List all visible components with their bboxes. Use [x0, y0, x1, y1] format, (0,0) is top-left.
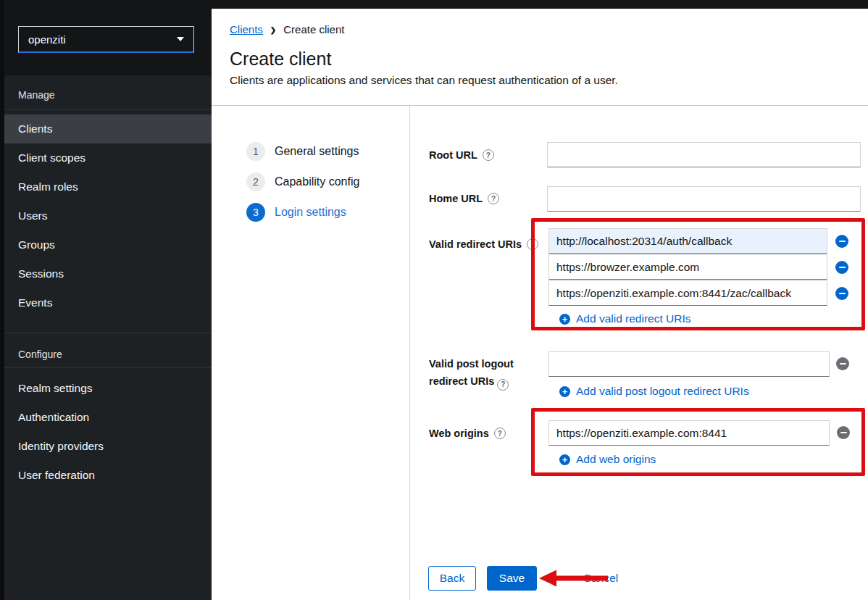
- help-icon[interactable]: ?: [494, 428, 506, 439]
- add-web-origin-link[interactable]: + Add web origins: [559, 453, 656, 466]
- cancel-link[interactable]: Cancel: [583, 572, 618, 585]
- sidebar-item-realm-settings[interactable]: Realm settings: [0, 374, 212, 403]
- sidebar: openziti Manage Clients Client scopes Re…: [0, 0, 212, 600]
- header-divider: [212, 105, 868, 106]
- breadcrumb: Clients ❯ Create client: [230, 23, 344, 36]
- sidebar-item-clients[interactable]: Clients: [0, 114, 212, 143]
- web-origins-input[interactable]: [548, 420, 830, 446]
- root-url-label: Root URL ?: [429, 149, 494, 161]
- sidebar-item-user-federation[interactable]: User federation: [0, 461, 212, 490]
- wizard-step-capability-config[interactable]: 2 Capability config: [246, 172, 359, 191]
- sidebar-item-realm-roles[interactable]: Realm roles: [0, 172, 212, 201]
- remove-redirect-uri-button-3[interactable]: [835, 287, 848, 300]
- remove-post-logout-uri-button[interactable]: [836, 357, 849, 370]
- post-logout-uris-label: Valid post logout redirect URIs?: [429, 355, 543, 391]
- breadcrumb-separator-icon: ❯: [270, 25, 276, 34]
- save-button[interactable]: Save: [487, 566, 537, 591]
- breadcrumb-clients-link[interactable]: Clients: [230, 23, 263, 36]
- sidebar-item-events[interactable]: Events: [0, 288, 212, 317]
- keycloak-create-client-page: openziti Manage Clients Client scopes Re…: [0, 0, 868, 600]
- wizard-step-general-settings[interactable]: 1 General settings: [246, 142, 359, 161]
- help-icon[interactable]: ?: [497, 379, 509, 391]
- add-redirect-uri-link[interactable]: + Add valid redirect URIs: [559, 312, 691, 325]
- redirect-uri-input-3[interactable]: [548, 280, 827, 306]
- minus-icon: [840, 432, 847, 434]
- page-title: Create client: [230, 49, 331, 70]
- redirect-uri-input-1[interactable]: [548, 228, 827, 254]
- remove-redirect-uri-button-2[interactable]: [835, 261, 848, 274]
- root-url-input[interactable]: [547, 142, 861, 167]
- minus-icon: [839, 241, 846, 243]
- wizard-steps-divider: [409, 106, 410, 600]
- post-logout-uri-input[interactable]: [548, 351, 830, 377]
- wizard-step-login-settings[interactable]: 3 Login settings: [246, 203, 346, 222]
- plus-circle-icon: +: [559, 386, 570, 397]
- nav-divider: [0, 109, 212, 110]
- breadcrumb-current: Create client: [283, 23, 344, 36]
- help-icon[interactable]: ?: [488, 193, 499, 204]
- sidebar-item-identity-providers[interactable]: Identity providers: [0, 432, 212, 461]
- home-url-label: Home URL ?: [429, 193, 499, 204]
- nav-group-configure: Realm settings Authentication Identity p…: [0, 374, 212, 490]
- nav-divider: [0, 333, 212, 333]
- sidebar-item-groups[interactable]: Groups: [0, 230, 212, 259]
- minus-icon: [839, 293, 846, 295]
- redirect-uri-input-2[interactable]: [548, 254, 827, 280]
- page-subtitle: Clients are applications and services th…: [230, 74, 618, 87]
- step-number-badge: 2: [246, 172, 265, 191]
- sidebar-scrollbar-track[interactable]: [0, 0, 4, 600]
- web-origins-label: Web origins ?: [429, 428, 506, 439]
- remove-redirect-uri-button-1[interactable]: [835, 235, 848, 248]
- sidebar-item-users[interactable]: Users: [0, 201, 212, 230]
- sidebar-item-authentication[interactable]: Authentication: [0, 403, 212, 432]
- sidebar-item-client-scopes[interactable]: Client scopes: [0, 143, 212, 172]
- home-url-input[interactable]: [547, 186, 861, 212]
- nav-divider: [0, 367, 212, 368]
- realm-selector-value: openziti: [28, 33, 66, 46]
- step-number-badge: 1: [246, 142, 265, 161]
- add-post-logout-uri-link[interactable]: + Add valid post logout redirect URIs: [559, 385, 749, 398]
- help-icon[interactable]: ?: [527, 238, 538, 250]
- minus-icon: [840, 363, 846, 365]
- caret-down-icon: [177, 37, 184, 41]
- plus-circle-icon: +: [559, 314, 570, 325]
- minus-icon: [839, 267, 846, 269]
- sidebar-item-sessions[interactable]: Sessions: [0, 259, 212, 288]
- help-icon[interactable]: ?: [483, 149, 494, 161]
- nav-section-manage-label: Manage: [18, 89, 55, 101]
- realm-selector[interactable]: openziti: [18, 26, 194, 53]
- back-button[interactable]: Back: [428, 566, 476, 591]
- remove-web-origin-button[interactable]: [837, 426, 850, 439]
- nav-section-configure-label: Configure: [18, 349, 62, 360]
- nav-group-manage: Clients Client scopes Realm roles Users …: [0, 114, 212, 317]
- step-number-badge: 3: [246, 203, 265, 222]
- valid-redirect-uris-label: Valid redirect URIs ?: [429, 238, 538, 250]
- plus-circle-icon: +: [559, 454, 570, 465]
